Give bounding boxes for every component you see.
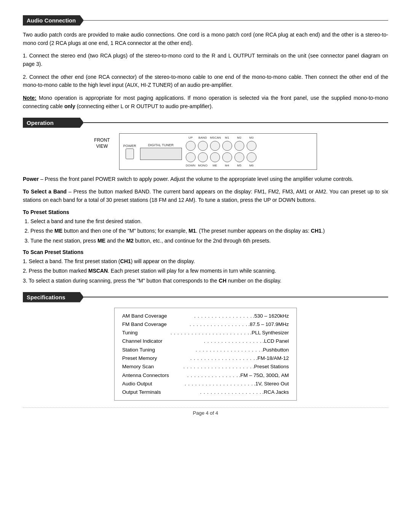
audio-para1: Two audio patch cords are provided to ma… [23, 31, 388, 47]
page-number: Page 4 of 4 [193, 410, 218, 416]
btn-label-down: DOWN [186, 164, 196, 167]
spec-key-station: Station Tuning [122, 346, 195, 354]
btn-me[interactable] [210, 152, 220, 162]
operation-divider [84, 122, 388, 123]
btn-label-band: BAND [198, 136, 208, 139]
power-label: POWER [123, 144, 136, 148]
scan-item-2: 2. Press the button marked MSCAN. Each p… [23, 267, 388, 275]
preset-heading: To Preset Stations [23, 209, 388, 215]
btn-label-me: ME [210, 164, 220, 167]
spec-dots-am: . . . . . . . . . . . . . . . . . [193, 312, 253, 320]
audio-connection-header: Audio Connection [23, 15, 388, 26]
btn-label-up: UP [186, 136, 196, 139]
power-para: Power – Press the front panel POWER swit… [23, 175, 388, 184]
spec-dots-antenna: . . . . . . . . . . . . . . . [186, 371, 239, 380]
spec-val-tuning: .PLL Synthesizer [250, 329, 289, 337]
btn-mscan[interactable] [210, 141, 220, 151]
audio-para3: 2. Connect the other end (one RCA connec… [23, 73, 388, 89]
preset-item-2: Press the ME button and then one of the … [30, 227, 388, 235]
spec-row-memscan: Memory Scan . . . . . . . . . . . . . . … [122, 363, 289, 371]
digital-tuner-label: DIGITAL TUNER [148, 143, 174, 147]
btn-band[interactable] [198, 141, 208, 151]
btn-label-m5: M5 [234, 164, 244, 167]
spec-val-audio: .1V, Stereo Out [254, 380, 289, 388]
spec-row-channel: Channel Indicator . . . . . . . . . . . … [122, 337, 289, 345]
spec-dots-output: . . . . . . . . . . . . . . . . . . [199, 388, 262, 396]
note-bold: only [64, 103, 75, 109]
spec-table: AM Band Coverage . . . . . . . . . . . .… [114, 308, 297, 401]
buttons-top-row [186, 141, 256, 151]
btn-m3[interactable] [247, 141, 256, 151]
audio-connection-title: Audio Connection [23, 15, 84, 26]
spec-row-preset: Preset Memory . . . . . . . . . . . . . … [122, 354, 289, 363]
spec-row-fm: FM Band Coverage . . . . . . . . . . . .… [122, 320, 289, 329]
btn-m6[interactable] [247, 152, 256, 162]
spec-val-memscan: .Preset Stations [253, 363, 289, 371]
audio-connection-divider [84, 20, 388, 21]
spec-dots-memscan: . . . . . . . . . . . . . . . . . . . . [183, 363, 253, 371]
btn-up[interactable] [186, 141, 196, 151]
spec-key-antenna: Antenna Connectors [122, 371, 186, 380]
spec-key-am: AM Band Coverage [122, 312, 193, 320]
spec-key-memscan: Memory Scan [122, 363, 183, 371]
band-para: To Select a Band – Press the button mark… [23, 188, 388, 204]
operation-title: Operation [23, 118, 84, 128]
spec-key-fm: FM Band Coverage [122, 320, 189, 329]
spec-key-output: Output Terminals [122, 388, 199, 396]
power-knob [126, 149, 134, 159]
spec-dots-tuning: . . . . . . . . . . . . . . . . . . . . … [170, 329, 250, 337]
note-label: Note: [23, 95, 37, 101]
spec-row-station: Station Tuning . . . . . . . . . . . . .… [122, 346, 289, 354]
preset-item-1: Select a band and tune the first desired… [30, 217, 388, 226]
spec-val-preset: .FM-18/AM-12 [256, 354, 289, 363]
spec-key-audio: Audio Output [122, 380, 184, 388]
spec-row-output: Output Terminals . . . . . . . . . . . .… [122, 388, 289, 396]
buttons-bottom-row [186, 152, 256, 162]
btn-label-mscan: MSCAN [210, 136, 220, 139]
spec-key-channel: Channel Indicator [122, 337, 203, 345]
footer: Page 4 of 4 [23, 407, 388, 416]
spec-val-antenna: .FM – 75Ω, 300Ω, AM [239, 371, 289, 380]
btn-down[interactable] [186, 152, 196, 162]
front-view-label: FRONTVIEW [94, 137, 110, 150]
specifications-header: Specifications [23, 292, 388, 302]
btn-label-mono: MONO [198, 164, 208, 167]
spec-table-wrapper: AM Band Coverage . . . . . . . . . . . .… [23, 308, 388, 401]
btn-label-m4: M4 [222, 164, 232, 167]
spec-row-tuning: Tuning . . . . . . . . . . . . . . . . .… [122, 329, 289, 337]
button-labels-top-row: UP BAND MSCAN M1 M2 M3 [186, 136, 256, 139]
tuner-diagram-box: POWER DIGITAL TUNER UP BAND MSCAN M1 M2 … [119, 133, 317, 170]
buttons-section: UP BAND MSCAN M1 M2 M3 [186, 136, 256, 167]
scan-heading: To Scan Preset Stations [23, 249, 388, 255]
spec-dots-fm: . . . . . . . . . . . . . . . . . [189, 320, 248, 329]
note-suffix: (connecting either L or R OUTPUT to audi… [75, 103, 213, 109]
spec-row-antenna: Antenna Connectors . . . . . . . . . . .… [122, 371, 289, 380]
specifications-title: Specifications [23, 292, 84, 302]
spec-val-channel: .LCD Panel [263, 337, 289, 345]
button-labels-bottom-row: DOWN MONO ME M4 M5 M6 [186, 164, 256, 167]
operation-section: Operation FRONTVIEW POWER DIGITAL TUNER … [23, 118, 388, 285]
audio-para2: 1. Connect the stereo end (two RCA plugs… [23, 52, 388, 68]
spec-dots-preset: . . . . . . . . . . . . . . . . . . . [190, 354, 256, 363]
btn-label-m1: M1 [222, 136, 232, 139]
preset-list: Select a band and tune the first desired… [30, 217, 388, 245]
operation-diagram: FRONTVIEW POWER DIGITAL TUNER UP BAND MS… [23, 133, 388, 170]
spec-dots-station: . . . . . . . . . . . . . . . . . . . [195, 346, 261, 354]
spec-key-tuning: Tuning [122, 329, 170, 337]
power-section: POWER [123, 144, 136, 159]
specifications-section: Specifications AM Band Coverage . . . . … [23, 292, 388, 401]
scan-list: 1. Select a band. The first preset stati… [23, 257, 388, 285]
btn-m5[interactable] [234, 152, 244, 162]
btn-m2[interactable] [234, 141, 244, 151]
btn-mono[interactable] [198, 152, 208, 162]
btn-label-m6: M6 [247, 164, 256, 167]
preset-item-3: Tune the next station, press ME and the … [30, 237, 388, 245]
btn-m1[interactable] [222, 141, 232, 151]
spec-val-output: .RCA Jacks [262, 388, 289, 396]
spec-dots-audio: . . . . . . . . . . . . . . . . . . . . [184, 380, 254, 388]
spec-row-audio: Audio Output . . . . . . . . . . . . . .… [122, 380, 289, 388]
spec-val-fm: .87.5 – 107.9MHz [248, 320, 289, 329]
btn-m4[interactable] [222, 152, 232, 162]
audio-note: Note: Mono operation is appropriate for … [23, 94, 388, 110]
spec-dots-channel: . . . . . . . . . . . . . . . . . [203, 337, 263, 345]
